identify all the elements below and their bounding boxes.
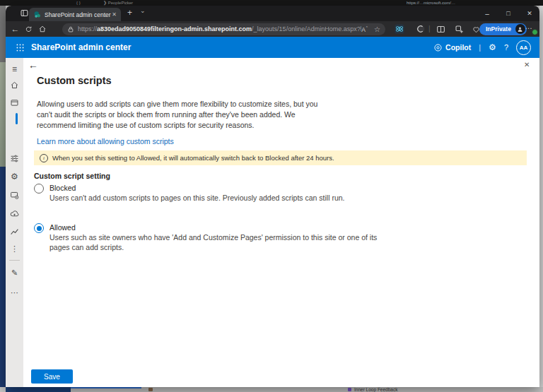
extensions-icon[interactable]: [451, 21, 467, 37]
nav-policies-icon[interactable]: [6, 151, 23, 165]
nav-settings-icon[interactable]: ⚙: [6, 170, 23, 184]
extension-circle-icon[interactable]: [413, 21, 428, 37]
background-avatar-dot: [148, 388, 153, 391]
window-close-button[interactable]: ✕: [520, 6, 539, 21]
learn-more-link[interactable]: Learn more about allowing custom scripts: [37, 137, 174, 145]
background-photo-sliver: [0, 62, 6, 167]
nav-active-indicator[interactable]: [16, 113, 18, 124]
left-nav: ≡ ⚙ ⋮ ✎ ⋯: [6, 58, 23, 387]
background-window-right-strip: [539, 6, 543, 392]
window-maximize-button[interactable]: □: [499, 6, 518, 21]
sharepoint-favicon-icon: [33, 11, 41, 18]
background-code-fragment: { }: [76, 0, 81, 6]
browser-settings-more-icon[interactable]: …: [525, 22, 533, 30]
nav-home-icon[interactable]: [6, 78, 23, 92]
panel-close-button[interactable]: ✕: [524, 61, 530, 69]
app-body: ≡ ⚙ ⋮ ✎ ⋯: [6, 58, 539, 387]
background-window-bottom-strip: Inner Loop Feedback: [0, 387, 543, 392]
browser-tab-sharepoint[interactable]: SharePoint admin center ✕: [29, 8, 121, 21]
workspaces-icon[interactable]: [20, 8, 29, 18]
browser-back-icon[interactable]: ←: [8, 24, 22, 34]
background-window-left-strip: [0, 6, 6, 392]
save-button[interactable]: Save: [31, 369, 73, 384]
browser-window: SharePoint admin center ✕ + ⌄ – □ ✕ ← ht…: [6, 6, 539, 387]
site-security-lock-icon[interactable]: [67, 25, 74, 33]
radio-allowed-description: Users such as site owners who have 'Add …: [49, 233, 380, 252]
help-icon[interactable]: ?: [504, 43, 508, 52]
address-url: https://a830edad9050849filteringon-admin…: [78, 25, 361, 32]
favorites-star-icon[interactable]: ☆: [374, 25, 380, 33]
account-avatar[interactable]: AA: [516, 40, 531, 55]
header-divider: |: [479, 43, 481, 52]
radio-blocked-label[interactable]: Blocked: [49, 184, 76, 192]
custom-scripts-panel: ← ✕ Custom scripts Allowing users to add…: [23, 58, 539, 387]
setting-heading: Custom script setting: [34, 172, 110, 180]
background-navy-fragment: [6, 387, 71, 392]
copilot-label: Copilot: [445, 43, 471, 52]
radio-allowed-label[interactable]: Allowed: [49, 223, 76, 232]
warning-banner: i When you set this setting to Allowed, …: [34, 150, 527, 165]
settings-gear-icon[interactable]: ⚙: [489, 42, 496, 52]
background-panel-sliver: [0, 167, 6, 392]
nav-sites-icon[interactable]: [6, 95, 23, 109]
browser-refresh-icon[interactable]: [22, 25, 35, 33]
nav-more-features-icon[interactable]: ⋮: [6, 242, 23, 256]
extension-atom-icon[interactable]: [392, 21, 407, 37]
notification-dot: [532, 29, 538, 35]
window-minimize-button[interactable]: –: [478, 6, 496, 21]
panel-description: Allowing users to add scripts can give t…: [37, 99, 330, 131]
nav-content-services-icon[interactable]: [6, 188, 23, 202]
radio-blocked-description: Users can't add custom scripts to pages …: [49, 194, 380, 203]
background-app-icon: [348, 388, 351, 391]
radio-blocked[interactable]: [34, 184, 44, 194]
background-breadcrumb-fragment: ❯ PeoplePicker: [103, 0, 133, 6]
profile-avatar-icon: [515, 24, 525, 34]
nav-reports-icon[interactable]: [6, 224, 23, 238]
nav-edit-icon[interactable]: ✎: [6, 266, 23, 280]
background-blue-line: [71, 387, 141, 388]
browser-address-bar: ← https://a830edad9050849filteringon-adm…: [6, 21, 539, 37]
info-icon: i: [40, 154, 48, 162]
inprivate-label: InPrivate: [486, 25, 511, 32]
address-input[interactable]: https://a830edad9050849filteringon-admin…: [62, 23, 385, 35]
tab-list-dropdown-icon[interactable]: ⌄: [140, 7, 146, 14]
nav-migration-icon[interactable]: [6, 206, 23, 220]
copilot-button[interactable]: Copilot: [433, 43, 471, 52]
background-feedback-fragment: Inner Loop Feedback: [354, 387, 397, 392]
suite-header-title: SharePoint admin center: [31, 42, 131, 52]
radio-allowed[interactable]: [34, 223, 44, 233]
new-tab-button[interactable]: +: [127, 8, 132, 18]
toolbar-divider: |: [428, 25, 431, 32]
browser-tab-bar: SharePoint admin center ✕ + ⌄ – □ ✕: [6, 6, 539, 21]
background-url-fragment: https://…microsoft.com/…: [407, 0, 455, 6]
tab-title: SharePoint admin center: [45, 11, 112, 18]
warning-text: When you set this setting to Allowed, it…: [52, 154, 334, 162]
split-screen-icon[interactable]: [433, 21, 448, 37]
panel-back-button[interactable]: ←: [28, 59, 38, 71]
background-window-top-strip: { } ❯ PeoplePicker https://…microsoft.co…: [0, 0, 543, 6]
panel-title: Custom scripts: [37, 75, 112, 86]
tab-close-icon[interactable]: ✕: [112, 11, 117, 18]
read-aloud-icon[interactable]: A⌃: [361, 25, 368, 33]
suite-header: SharePoint admin center Copilot | ⚙ ? AA: [6, 37, 539, 58]
browser-home-icon[interactable]: [35, 25, 49, 33]
nav-overflow-icon[interactable]: ⋯: [6, 285, 23, 299]
app-launcher-waffle-icon[interactable]: [16, 43, 25, 52]
inprivate-badge[interactable]: InPrivate: [479, 23, 527, 35]
nav-menu-icon[interactable]: ≡: [6, 62, 23, 76]
nav-divider: [9, 260, 20, 261]
